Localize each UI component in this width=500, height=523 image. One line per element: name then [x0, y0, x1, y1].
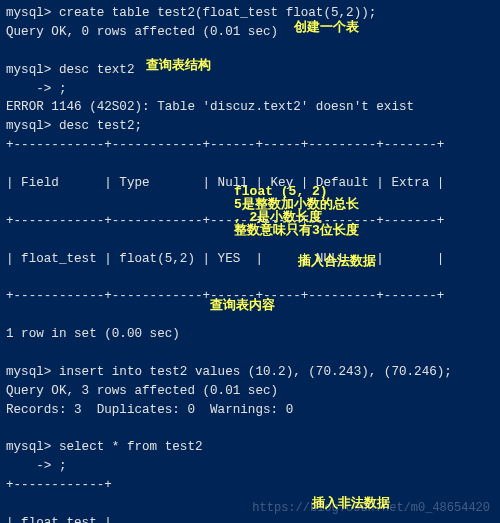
terminal-output: mysql> create table test2(float_test flo… — [0, 0, 500, 523]
